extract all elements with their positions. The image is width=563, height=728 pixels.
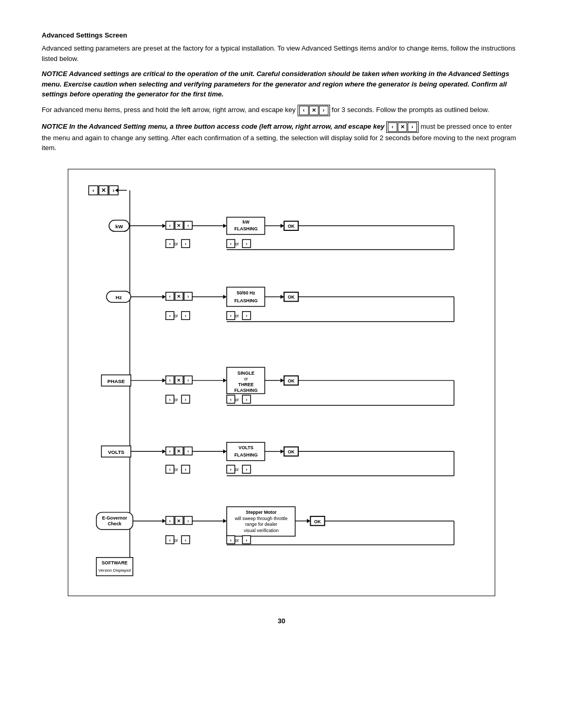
notice2-pre: NOTICE In the Advanced Setting menu, a t… [42,122,384,130]
svg-text:‹: ‹ [169,397,170,402]
svg-marker-118 [223,449,227,453]
svg-text:OK: OK [288,378,295,384]
svg-text:›: › [187,294,189,299]
svg-marker-76 [162,378,166,382]
svg-text:Hz: Hz [116,294,122,300]
svg-text:‹: ‹ [230,397,231,402]
svg-text:‹: ‹ [169,518,170,523]
svg-text:or: or [235,313,239,318]
svg-text:OK: OK [288,449,295,454]
svg-text:SINGLE: SINGLE [238,371,255,376]
svg-text:or: or [174,397,178,402]
svg-text:FLASHING: FLASHING [235,387,258,392]
svg-text:›: › [246,467,247,472]
svg-text:‹: ‹ [92,187,94,193]
svg-text:Version Displayed: Version Displayed [99,567,131,572]
svg-text:›: › [246,397,247,402]
svg-text:›: › [187,449,189,454]
escape-key: ✕ [309,106,319,115]
svg-text:OK: OK [288,294,295,300]
svg-marker-91 [280,378,284,382]
svg-text:‹: ‹ [169,294,170,299]
section-title: Advanced Settings Screen [42,31,521,39]
svg-text:THREE: THREE [238,381,254,387]
body-text-1: Advanced setting parameters are preset a… [42,43,521,64]
svg-text:›: › [187,378,189,383]
svg-text:‹: ‹ [169,223,170,228]
svg-text:›: › [246,313,247,318]
svg-marker-123 [280,449,284,453]
svg-marker-52 [223,294,227,299]
svg-text:or: or [244,376,248,381]
svg-text:or: or [174,241,178,246]
svg-text:SOFTWARE: SOFTWARE [102,560,128,565]
svg-text:✕: ✕ [177,223,181,228]
svg-text:‹: ‹ [230,467,231,472]
svg-text:›: › [185,397,187,402]
body2-pre: For advanced menu items, press and hold … [42,106,296,114]
svg-text:OK: OK [314,519,322,524]
svg-text:‹: ‹ [169,537,170,542]
svg-text:‹: ‹ [169,378,170,383]
svg-text:or: or [235,537,239,542]
svg-marker-25 [280,224,284,228]
svg-marker-158 [307,519,311,523]
diagram-container: ‹ ✕ › kW ‹ ✕ › kW FLASHING OK ‹ or › ‹ o… [42,169,521,596]
svg-text:›: › [187,518,189,523]
svg-text:or: or [235,467,239,472]
svg-text:‹: ‹ [230,313,231,318]
svg-text:PHASE: PHASE [107,378,125,384]
svg-text:Check: Check [108,521,121,526]
svg-text:›: › [246,241,247,246]
svg-text:✕: ✕ [177,518,181,523]
svg-text:or: or [174,537,178,542]
svg-text:✕: ✕ [101,187,106,193]
svg-text:kW: kW [242,219,250,225]
svg-text:50/60 Hz: 50/60 Hz [237,290,255,295]
svg-text:›: › [185,313,187,318]
svg-text:visual verification: visual verification [244,528,279,533]
right-arrow-key: › [319,106,328,115]
svg-text:VOLTS: VOLTS [239,445,254,450]
body2-post: for 3 seconds. Follow the prompts as out… [332,106,489,114]
svg-text:✕: ✕ [177,378,181,383]
svg-text:FLASHING: FLASHING [235,226,258,231]
svg-text:OK: OK [288,224,295,229]
notice-1: NOTICE Advanced settings are critical to… [42,69,521,100]
svg-text:✕: ✕ [177,449,181,454]
svg-text:‹: ‹ [230,537,231,542]
svg-marker-20 [223,224,227,228]
notice-2: NOTICE In the Advanced Setting menu, a t… [42,121,521,153]
svg-text:or: or [235,241,239,246]
svg-marker-44 [162,294,166,299]
svg-text:›: › [185,537,187,542]
svg-text:›: › [185,467,187,472]
escape-key-2: ✕ [398,122,407,132]
key-group-1: ‹ ✕ › [298,105,330,116]
svg-text:kW: kW [115,224,123,229]
svg-text:‹: ‹ [230,241,231,246]
svg-text:or: or [174,313,178,318]
svg-marker-151 [223,519,227,523]
svg-marker-12 [162,224,166,228]
svg-marker-84 [223,378,227,382]
left-arrow-key-2: ‹ [388,122,397,132]
svg-text:will sweep through throttle: will sweep through throttle [234,515,287,521]
svg-text:›: › [187,223,189,228]
svg-text:or: or [174,467,178,472]
body-text-2: For advanced menu items, press and hold … [42,105,521,116]
svg-text:Stepper Motor: Stepper Motor [246,510,277,515]
svg-text:›: › [246,537,247,542]
svg-text:‹: ‹ [169,449,170,454]
key-group-2: ‹ ✕ › [386,121,419,133]
svg-text:›: › [185,241,187,246]
svg-text:range for dealer: range for dealer [245,522,277,527]
svg-text:FLASHING: FLASHING [235,298,258,303]
svg-marker-143 [162,519,166,523]
svg-marker-57 [280,294,284,299]
svg-text:›: › [113,187,115,193]
svg-text:E-Governor: E-Governor [102,515,128,520]
svg-text:VOLTS: VOLTS [108,449,125,455]
svg-text:✕: ✕ [177,294,181,299]
right-arrow-key-2: › [408,122,417,132]
